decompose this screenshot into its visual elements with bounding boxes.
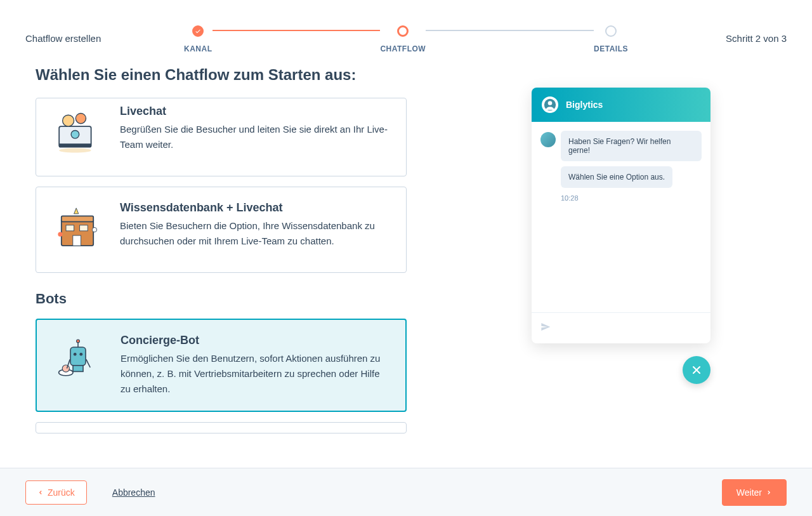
chat-preview-body: Haben Sie Fragen? Wir helfen gerne! Wähl… xyxy=(532,122,710,312)
option-desc: Ermöglichen Sie den Benutzern, sofort Ak… xyxy=(121,351,390,397)
svg-point-15 xyxy=(79,353,82,356)
page-title: Wählen Sie einen Chatflow zum Starten au… xyxy=(36,66,407,84)
option-title: Livechat xyxy=(120,105,391,118)
step-counter: Schritt 2 von 3 xyxy=(726,33,787,44)
chat-timestamp: 10:28 xyxy=(561,194,702,202)
chat-input-bar xyxy=(532,312,710,343)
wizard-stepper: KANAL CHATFLOW DETAILS xyxy=(184,25,628,53)
step-connector xyxy=(426,30,594,31)
next-label: Weiter xyxy=(737,487,762,498)
svg-point-12 xyxy=(92,227,96,232)
chat-preview-column: Biglytics Haben Sie Fragen? Wir helfen g… xyxy=(432,66,787,460)
cancel-label: Abbrechen xyxy=(112,487,155,498)
step-chatflow[interactable]: CHATFLOW xyxy=(380,25,426,53)
svg-point-14 xyxy=(74,353,77,356)
step-kanal[interactable]: KANAL xyxy=(184,25,213,53)
step-details[interactable]: DETAILS xyxy=(594,25,628,53)
svg-rect-8 xyxy=(66,225,74,231)
step-circle-pending xyxy=(605,25,617,37)
cancel-button[interactable]: Abbrechen xyxy=(101,481,167,504)
svg-rect-10 xyxy=(73,235,81,246)
svg-rect-7 xyxy=(62,216,93,222)
back-button[interactable]: Zurück xyxy=(25,480,87,505)
back-label: Zurück xyxy=(48,487,75,498)
chatflow-options: Wählen Sie einen Chatflow zum Starten au… xyxy=(36,66,407,460)
options-list: Livechat Begrüßen Sie die Besucher und l… xyxy=(36,98,407,450)
svg-rect-16 xyxy=(73,366,83,372)
main-content: Wählen Sie einen Chatflow zum Starten au… xyxy=(0,66,812,460)
send-icon[interactable] xyxy=(540,322,551,334)
svg-point-18 xyxy=(77,340,80,343)
option-kb-livechat[interactable]: Wissensdatenbank + Livechat Bieten Sie B… xyxy=(36,187,407,273)
chat-preview-header: Biglytics xyxy=(532,88,710,122)
svg-point-24 xyxy=(548,101,553,105)
svg-point-11 xyxy=(58,232,62,237)
wizard-footer: Zurück Abbrechen Weiter xyxy=(0,468,812,516)
chat-bubble: Haben Sie Fragen? Wir helfen gerne! xyxy=(561,131,702,161)
wizard-header: Chatflow erstellen KANAL CHATFLOW DETAIL… xyxy=(0,0,812,66)
svg-point-20 xyxy=(62,365,69,372)
step-connector xyxy=(213,30,381,31)
svg-line-22 xyxy=(86,359,90,367)
livechat-icon xyxy=(49,105,106,162)
option-title: Concierge-Bot xyxy=(121,334,390,347)
svg-point-5 xyxy=(71,131,79,139)
avatar xyxy=(540,132,556,147)
svg-point-4 xyxy=(75,114,86,124)
chevron-left-icon xyxy=(37,487,44,498)
avatar xyxy=(542,96,558,113)
option-desc: Begrüßen Sie die Besucher und leiten Sie… xyxy=(120,122,391,152)
chat-bubble: Wählen Sie eine Option aus. xyxy=(561,166,672,188)
close-chat-button[interactable] xyxy=(683,356,710,384)
knowledge-base-icon xyxy=(49,201,106,258)
svg-point-2 xyxy=(59,148,91,152)
option-livechat[interactable]: Livechat Begrüßen Sie die Besucher und l… xyxy=(36,98,407,176)
svg-rect-13 xyxy=(70,347,86,366)
option-title: Wissensdatenbank + Livechat xyxy=(120,201,391,215)
chat-company-name: Biglytics xyxy=(566,100,603,110)
step-circle-active xyxy=(397,25,409,37)
svg-rect-9 xyxy=(80,225,88,231)
option-partial-next[interactable] xyxy=(36,422,407,433)
option-concierge-bot[interactable]: Concierge-Bot Ermöglichen Sie den Benutz… xyxy=(36,319,407,412)
check-icon xyxy=(192,25,204,37)
concierge-bot-icon xyxy=(49,334,107,391)
wizard-title: Chatflow erstellen xyxy=(25,33,101,44)
next-button[interactable]: Weiter xyxy=(722,479,787,506)
chat-preview: Biglytics Haben Sie Fragen? Wir helfen g… xyxy=(532,88,710,343)
svg-point-3 xyxy=(63,115,74,126)
section-heading-bots: Bots xyxy=(36,291,407,307)
option-desc: Bieten Sie Besuchern die Option, Ihre Wi… xyxy=(120,218,391,249)
svg-rect-1 xyxy=(59,143,91,147)
chevron-right-icon xyxy=(766,487,772,498)
